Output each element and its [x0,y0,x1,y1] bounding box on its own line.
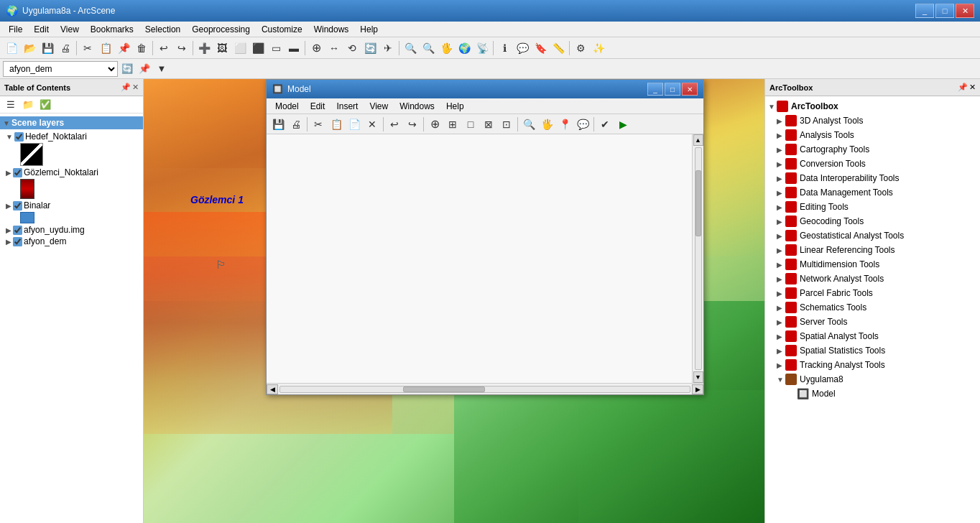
tb-paste[interactable]: 📌 [115,40,132,57]
model-canvas[interactable] [267,134,703,383]
model-tb-info[interactable]: 💬 [574,116,591,133]
arctoolbox-close-btn[interactable]: ✕ [969,83,976,92]
vscroll-track[interactable] [695,147,702,370]
vscroll-thumb[interactable] [695,170,701,236]
tb-location[interactable]: 📡 [473,40,491,57]
scene-layers-expand[interactable]: ▼ [3,119,10,127]
model-maximize[interactable]: □ [665,83,680,96]
menu-view[interactable]: View [55,23,85,36]
menu-geoprocessing[interactable]: Geoprocessing [186,23,256,36]
tb-copy[interactable]: 📋 [97,40,114,57]
gozlemci-checkbox[interactable] [13,168,22,177]
toolbox-data-interop[interactable]: ▶ Data Interoperability Tools [765,171,980,185]
expand-spatial-analyst[interactable]: ▶ [777,333,784,341]
tb-redo[interactable]: ↪ [173,40,190,57]
tb-delete[interactable]: 🗑 [133,40,150,57]
toolbox-analysis[interactable]: ▶ Analysis Tools [765,128,980,142]
menu-bookmarks[interactable]: Bookmarks [85,23,139,36]
model-menu-windows[interactable]: Windows [394,100,440,113]
hedef-checkbox[interactable] [14,132,24,142]
model-tb-label[interactable]: ⊠ [480,116,497,133]
expand-data-interop[interactable]: ▶ [777,175,784,182]
model-tb-copy[interactable]: 📋 [328,116,345,133]
tb-layout[interactable]: ⬜ [231,40,249,57]
expand-editing[interactable]: ▶ [777,203,784,211]
model-tb-connect[interactable]: □ [462,116,479,133]
menu-windows[interactable]: Windows [308,23,355,36]
vscroll-up[interactable]: ▲ [693,134,703,146]
model-menu-edit[interactable]: Edit [305,100,331,113]
vscroll-down[interactable]: ▼ [693,371,703,383]
tb-3d[interactable]: ⚙ [572,40,589,57]
model-tb-paste[interactable]: 📄 [346,116,363,133]
tb-fly[interactable]: ✈ [379,40,397,57]
tb-image[interactable]: 🖼 [213,40,231,57]
toc-tb-source[interactable]: 📁 [20,97,36,113]
menu-edit[interactable]: Edit [28,23,55,36]
model-tb-validate[interactable]: ✔ [596,116,614,133]
tb-globe[interactable]: 🌍 [456,40,473,57]
uydu-checkbox[interactable] [13,226,22,235]
toolbox-geostatistical[interactable]: ▶ Geostatistical Analyst Tools [765,228,980,243]
tb-pan2[interactable]: ⟲ [343,40,361,57]
tb-add-data[interactable]: ➕ [195,40,213,57]
toolbox-geocoding[interactable]: ▶ Geocoding Tools [765,214,980,228]
tb-save[interactable]: 💾 [39,40,56,57]
model-tb-save[interactable]: 💾 [269,116,287,133]
model-tb-detail[interactable]: ⊡ [498,116,515,133]
menu-file[interactable]: File [3,23,28,36]
tb2-dropdown[interactable]: ▼ [154,61,170,77]
model-tb-print[interactable]: 🖨 [287,116,305,133]
model-tb-delete[interactable]: ✕ [364,116,381,133]
tb-cut[interactable]: ✂ [79,40,96,57]
toolbox-linear-ref[interactable]: ▶ Linear Referencing Tools [765,243,980,257]
tb-rec[interactable]: ▭ [267,40,285,57]
dem-checkbox[interactable] [13,237,22,246]
tb-zoom-in[interactable]: 🔍 [402,40,419,57]
tb-open[interactable]: 📂 [21,40,38,57]
tb-orbit[interactable]: 🔄 [361,40,379,57]
hscroll-thumb[interactable] [403,387,485,392]
tb-print[interactable]: 🖨 [57,40,74,57]
toolbox-3d-analyst[interactable]: ▶ 3D Analyst Tools [765,114,980,128]
expand-schematics[interactable]: ▶ [777,304,784,312]
expand-cartography[interactable]: ▶ [777,146,784,154]
uydu-expand[interactable]: ▶ [6,226,11,234]
menu-customize[interactable]: Customize [256,23,308,36]
toolbox-parcel[interactable]: ▶ Parcel Fabric Tools [765,286,980,300]
tb-undo[interactable]: ↩ [155,40,172,57]
expand-network[interactable]: ▶ [777,275,784,283]
toc-item-gozlemci[interactable]: ▶ Gözlemci_Noktalari [0,167,143,200]
toolbox-network[interactable]: ▶ Network Analyst Tools [765,272,980,286]
tb-pan[interactable]: ↔ [325,40,343,57]
tb-info[interactable]: ℹ [496,40,513,57]
tb-hand[interactable]: 🖐 [438,40,455,57]
expand-3d[interactable]: ▶ [777,117,784,125]
tb2-refresh[interactable]: 🔄 [119,61,135,77]
root-expand[interactable]: ▼ [768,103,775,111]
model-tb-undo[interactable]: ↩ [386,116,403,133]
model-tb-run[interactable]: ▶ [614,116,632,133]
model-menu-model[interactable]: Model [269,100,305,113]
expand-server[interactable]: ▶ [777,318,784,326]
toolbox-schematics[interactable]: ▶ Schematics Tools [765,300,980,315]
toc-item-uydu[interactable]: ▶ afyon_uydu.img [0,224,143,236]
binalar-checkbox[interactable] [13,201,22,210]
expand-uygulama8[interactable]: ▼ [777,376,784,384]
expand-geocoding[interactable]: ▶ [777,218,784,226]
arctoolbox-pin[interactable]: 📌 [958,83,968,92]
tb-new[interactable]: 📄 [3,40,20,57]
tb2-pin[interactable]: 📌 [137,61,152,77]
model-tb-zoom[interactable]: 🔍 [520,116,537,133]
toolbox-editing[interactable]: ▶ Editing Tools [765,200,980,214]
expand-geostatistical[interactable]: ▶ [777,232,784,240]
minimize-button[interactable]: _ [915,4,934,18]
layer-dropdown[interactable]: afyon_dem [3,61,118,77]
map-canvas[interactable]: Gözlemci 1 🏳 🔲 Model _ □ ✕ M [144,79,764,523]
toolbox-multidimension[interactable]: ▶ Multidimension Tools [765,257,980,272]
close-button[interactable]: ✕ [956,4,974,18]
model-tb-redo[interactable]: ↪ [404,116,421,133]
toc-tb-list[interactable]: ☰ [3,97,19,113]
expand-conversion[interactable]: ▶ [777,160,784,168]
model-tb-grid[interactable]: ⊞ [444,116,461,133]
